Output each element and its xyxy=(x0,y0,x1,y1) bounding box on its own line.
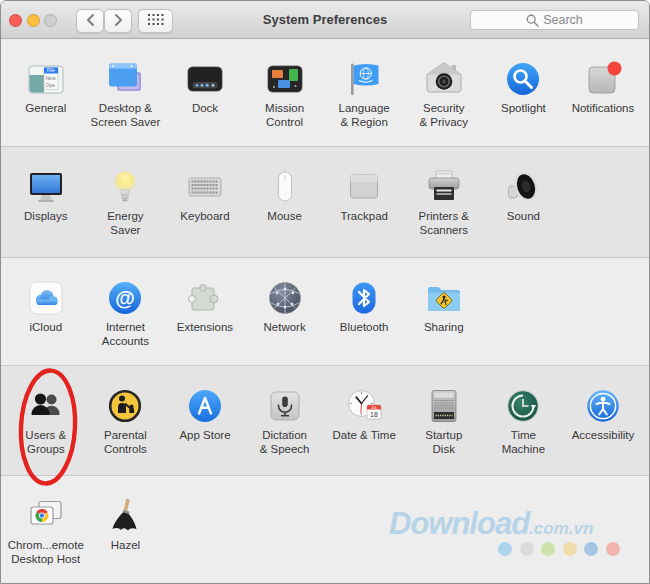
pref-item-language-region[interactable]: Language& Region xyxy=(324,59,404,129)
pref-item-network[interactable]: Network xyxy=(245,278,325,335)
pref-item-label: Spotlight xyxy=(501,102,546,116)
pref-item-notifications[interactable]: Notifications xyxy=(563,59,643,116)
pref-item-chrome-remote[interactable]: Chrom...emoteDesktop Host xyxy=(6,496,86,566)
pref-item-label: ParentalControls xyxy=(104,429,147,456)
time-machine-icon xyxy=(503,386,543,426)
pref-item-label: Date & Time xyxy=(333,429,396,443)
sharing-icon xyxy=(424,278,464,318)
pref-item-label: Dock xyxy=(192,102,218,116)
pref-item-icloud[interactable]: iCloud xyxy=(6,278,86,335)
pref-item-sharing[interactable]: Sharing xyxy=(404,278,484,335)
grid-icon xyxy=(148,12,164,30)
pref-item-label: App Store xyxy=(179,429,230,443)
pref-item-label: Users &Groups xyxy=(25,429,66,456)
search-input[interactable]: Search xyxy=(470,10,639,30)
watermark-dot xyxy=(563,542,577,556)
pref-item-label: Language& Region xyxy=(339,102,390,129)
pref-item-label: Accessibility xyxy=(572,429,635,443)
watermark-dots xyxy=(498,542,620,556)
network-icon xyxy=(265,278,305,318)
watermark-dot xyxy=(520,542,534,556)
pref-item-printers-scanners[interactable]: Printers &Scanners xyxy=(404,167,484,237)
pref-item-dictation-speech[interactable]: Dictation& Speech xyxy=(245,386,325,456)
trackpad-icon xyxy=(344,167,384,207)
pref-item-label: Trackpad xyxy=(340,210,388,224)
pref-item-hazel[interactable]: Hazel xyxy=(86,496,166,553)
svg-text:JUL: JUL xyxy=(371,406,377,410)
show-all-button[interactable] xyxy=(138,9,173,33)
pref-item-mission-control[interactable]: MissionControl xyxy=(245,59,325,129)
pref-item-label: Mouse xyxy=(267,210,302,224)
printers-scanners-icon xyxy=(424,167,464,207)
pref-item-users-groups[interactable]: Users &Groups xyxy=(6,386,86,456)
app-store-icon xyxy=(185,386,225,426)
zoom-button[interactable] xyxy=(44,14,57,27)
dictation-speech-icon xyxy=(265,386,305,426)
security-privacy-icon xyxy=(424,59,464,99)
watermark-dot xyxy=(498,542,512,556)
parental-controls-icon xyxy=(105,386,145,426)
pref-item-label: Network xyxy=(263,321,305,335)
pref-item-internet-accounts[interactable]: @InternetAccounts xyxy=(86,278,166,348)
pref-item-label: Sound xyxy=(507,210,540,224)
minimize-button[interactable] xyxy=(27,14,40,27)
pref-item-mouse[interactable]: Mouse xyxy=(245,167,325,224)
notifications-icon xyxy=(583,59,623,99)
pref-item-dock[interactable]: Dock xyxy=(165,59,245,116)
pref-item-parental-controls[interactable]: ParentalControls xyxy=(86,386,166,456)
pref-item-label: Extensions xyxy=(177,321,233,335)
chevron-left-icon xyxy=(86,12,95,30)
back-button[interactable] xyxy=(76,9,104,33)
pref-item-displays[interactable]: Displays xyxy=(6,167,86,224)
desktop-screensaver-icon xyxy=(105,59,145,99)
dock-icon xyxy=(185,59,225,99)
pref-item-label: Desktop &Screen Saver xyxy=(91,102,161,129)
pref-item-extensions[interactable]: Extensions xyxy=(165,278,245,335)
watermark-text: Download xyxy=(389,506,529,541)
pref-item-label: MissionControl xyxy=(265,102,304,129)
accessibility-icon xyxy=(583,386,623,426)
pref-item-date-time[interactable]: JUL18Date & Time xyxy=(324,386,404,443)
pref-item-keyboard[interactable]: Keyboard xyxy=(165,167,245,224)
pref-item-sound[interactable]: Sound xyxy=(484,167,564,224)
svg-text:@: @ xyxy=(116,287,136,309)
pref-item-energy-saver[interactable]: EnergySaver xyxy=(86,167,166,237)
spotlight-icon xyxy=(503,59,543,99)
pref-item-label: Hazel xyxy=(111,539,140,553)
pref-item-label: Notifications xyxy=(572,102,635,116)
pref-item-label: Bluetooth xyxy=(340,321,389,335)
language-region-icon xyxy=(344,59,384,99)
pref-item-label: General xyxy=(25,102,66,116)
pref-item-bluetooth[interactable]: Bluetooth xyxy=(324,278,404,335)
pref-item-desktop-screensaver[interactable]: Desktop &Screen Saver xyxy=(86,59,166,129)
title-bar: System Preferences Search xyxy=(1,1,649,39)
pref-item-label: iCloud xyxy=(29,321,62,335)
pref-item-security-privacy[interactable]: Security& Privacy xyxy=(404,59,484,129)
pref-item-startup-disk[interactable]: StartupDisk xyxy=(404,386,484,456)
internet-accounts-icon: @ xyxy=(105,278,145,318)
search-placeholder: Search xyxy=(543,13,583,27)
sound-icon xyxy=(503,167,543,207)
pref-item-label: Sharing xyxy=(424,321,464,335)
date-time-icon: JUL18 xyxy=(344,386,384,426)
users-groups-icon xyxy=(26,386,66,426)
pref-item-spotlight[interactable]: Spotlight xyxy=(484,59,564,116)
pref-row-3: iCloud@InternetAccountsExtensionsNetwork… xyxy=(1,257,649,365)
startup-disk-icon xyxy=(424,386,464,426)
pref-item-app-store[interactable]: App Store xyxy=(165,386,245,443)
icloud-icon xyxy=(26,278,66,318)
pref-item-accessibility[interactable]: Accessibility xyxy=(563,386,643,443)
watermark-dot xyxy=(606,542,620,556)
pref-item-label: Printers &Scanners xyxy=(419,210,470,237)
pref-item-general[interactable]: FileNewOpeGeneral xyxy=(6,59,86,116)
svg-text:Ope: Ope xyxy=(45,82,55,88)
pref-item-trackpad[interactable]: Trackpad xyxy=(324,167,404,224)
close-button[interactable] xyxy=(9,14,22,27)
forward-button[interactable] xyxy=(104,9,132,33)
pref-row-1: FileNewOpeGeneralDesktop &Screen SaverDo… xyxy=(1,39,649,146)
svg-text:18: 18 xyxy=(370,411,378,418)
pref-row-2: DisplaysEnergySaverKeyboardMouseTrackpad… xyxy=(1,146,649,257)
pref-item-time-machine[interactable]: TimeMachine xyxy=(484,386,564,456)
pref-item-label: Displays xyxy=(24,210,67,224)
hazel-icon xyxy=(105,496,145,536)
